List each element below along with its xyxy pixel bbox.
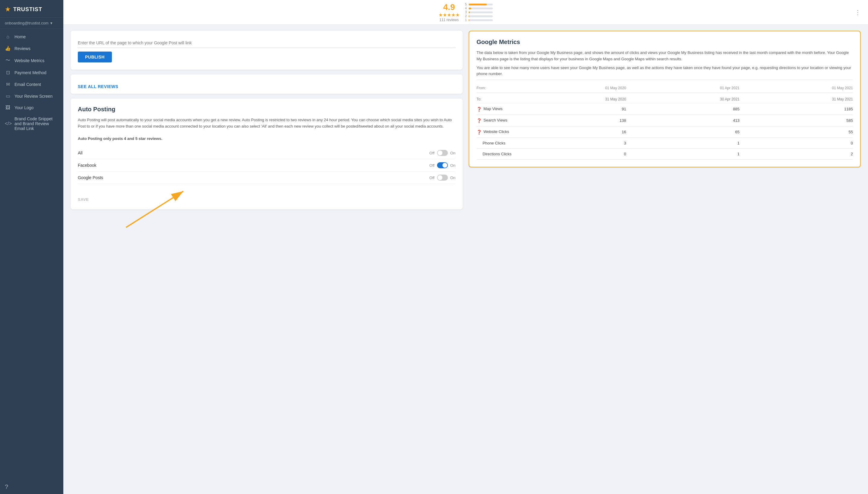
bar-row-4: 4 <box>465 7 493 10</box>
sidebar-item-brand-code[interactable]: </> Brand Code Snippet and Brand Review … <box>0 113 63 134</box>
website-clicks-val-2: 55 <box>739 130 853 134</box>
rating-stars: ★★★★★ <box>439 12 460 18</box>
toggle-facebook-label: Facebook <box>78 163 429 168</box>
account-email: onboarding@trustist.com <box>5 21 49 25</box>
google-metrics-title: Google Metrics <box>477 39 853 45</box>
toggle-facebook-group: Off On <box>429 162 456 168</box>
metrics-from-row: From: 01 May 2020 01 Apr 2021 01 May 202… <box>477 86 853 93</box>
toggle-google-posts-group: Off On <box>429 175 456 180</box>
see-all-reviews-link[interactable]: SEE ALL REVIEWS <box>78 84 456 89</box>
two-column-layout: PUBLISH SEE ALL REVIEWS Auto Posting Aut… <box>71 31 861 209</box>
toggle-google-posts-switch[interactable] <box>437 175 448 180</box>
toggle-all-switch[interactable] <box>437 150 448 156</box>
rating-score: 4.9 <box>439 2 460 12</box>
help-icon[interactable]: ? <box>0 480 63 494</box>
bar-row-2: 2 <box>465 15 493 18</box>
sidebar-item-website-metrics[interactable]: 〜 Website Metrics <box>0 54 63 66</box>
help-icon-search-views[interactable]: ❓ <box>477 118 482 123</box>
bar-row-3: 3 <box>465 11 493 14</box>
screen-icon: ▭ <box>5 93 11 99</box>
sidebar-item-label: Your Logo <box>15 105 34 110</box>
website-clicks-val-1: 65 <box>626 130 739 134</box>
left-column: PUBLISH SEE ALL REVIEWS Auto Posting Aut… <box>71 31 463 209</box>
search-views-val-0: 138 <box>513 118 626 123</box>
code-icon: </> <box>5 121 11 126</box>
email-icon: ✉ <box>5 81 11 87</box>
search-views-val-2: 585 <box>739 118 853 123</box>
image-icon: 🖼 <box>5 105 11 110</box>
help-icon-website-clicks[interactable]: ❓ <box>477 130 482 134</box>
toggle-facebook-knob <box>442 163 447 168</box>
from-label: From: <box>477 86 513 90</box>
auto-posting-title: Auto Posting <box>78 106 456 113</box>
toggle-facebook-switch[interactable] <box>437 162 448 168</box>
map-views-val-0: 91 <box>513 107 626 111</box>
directions-clicks-val-0: 0 <box>513 152 626 156</box>
toggle-row-google-posts: Google Posts Off On <box>78 172 456 184</box>
toggle-google-posts-knob <box>438 175 442 180</box>
review-count: 111 reviews <box>439 18 460 22</box>
toggle-row-all: All Off On <box>78 147 456 159</box>
toggle-facebook-on-label: On <box>450 163 456 168</box>
map-views-val-2: 1185 <box>739 107 853 111</box>
metrics-row-phone-clicks: Phone Clicks 3 1 0 <box>477 138 853 149</box>
chevron-down-icon: ▾ <box>50 21 53 25</box>
phone-clicks-val-0: 3 <box>513 141 626 145</box>
save-button[interactable]: SAVE <box>78 197 89 202</box>
sidebar-item-home[interactable]: ⌂ Home <box>0 31 63 42</box>
arrow-annotation <box>96 185 192 233</box>
auto-posting-note: Auto Posting only posts 4 and 5 star rev… <box>78 136 162 141</box>
sidebar-item-label: Payment Method <box>15 70 46 75</box>
url-publish-card: PUBLISH <box>71 31 463 70</box>
google-metrics-desc2: You are able to see how many more users … <box>477 65 853 77</box>
sidebar-item-label: Reviews <box>15 46 31 51</box>
toggle-google-posts-on-label: On <box>450 175 456 180</box>
website-clicks-label: Website Clicks <box>483 129 509 134</box>
google-metrics-desc1: The data below is taken from your Google… <box>477 50 853 62</box>
rating-bars: 5 4 3 2 1 <box>465 3 493 22</box>
see-all-reviews-card: SEE ALL REVIEWS <box>71 75 463 94</box>
sidebar-item-logo[interactable]: 🖼 Your Logo <box>0 102 63 113</box>
help-icon-map-views[interactable]: ❓ <box>477 107 482 112</box>
metrics-row-map-views: ❓ Map Views 91 885 1185 <box>477 103 853 115</box>
metrics-row-search-views: ❓ Search Views 138 413 585 <box>477 115 853 126</box>
sidebar-item-email-content[interactable]: ✉ Email Content <box>0 78 63 90</box>
url-input[interactable] <box>78 38 456 48</box>
directions-clicks-label: Directions Clicks <box>477 152 512 156</box>
sidebar-item-label: Website Metrics <box>15 58 44 63</box>
sidebar-item-label: Brand Code Snippet and Brand Review Emai… <box>15 116 58 131</box>
col-to-0: 31 May 2020 <box>513 97 626 101</box>
main-nav: ⌂ Home 👍 Reviews 〜 Website Metrics ⊡ Pay… <box>0 28 63 480</box>
account-selector[interactable]: onboarding@trustist.com ▾ <box>0 18 63 28</box>
toggle-facebook-off-label: Off <box>429 163 435 168</box>
sidebar-item-reviews[interactable]: 👍 Reviews <box>0 42 63 54</box>
home-icon: ⌂ <box>5 34 11 39</box>
col-to-2: 31 May 2021 <box>739 97 853 101</box>
toggle-google-posts-label: Google Posts <box>78 175 429 180</box>
col-to-1: 30 Apr 2021 <box>626 97 739 101</box>
metrics-row-website-clicks: ❓ Website Clicks 16 65 55 <box>477 126 853 138</box>
toggle-all-label: All <box>78 151 429 155</box>
directions-clicks-val-2: 2 <box>739 152 853 156</box>
svg-line-1 <box>126 191 184 227</box>
metrics-to-row: To: 31 May 2020 30 Apr 2021 31 May 2021 <box>477 95 853 103</box>
col-from-0: 01 May 2020 <box>513 86 626 90</box>
sidebar-item-label: Your Review Screen <box>15 94 53 99</box>
phone-clicks-val-1: 1 <box>626 141 739 145</box>
more-options-icon[interactable]: ⋮ <box>855 9 861 16</box>
sidebar-item-label: Email Content <box>15 82 41 87</box>
metrics-table: From: 01 May 2020 01 Apr 2021 01 May 202… <box>477 86 853 159</box>
payment-icon: ⊡ <box>5 70 11 75</box>
rating-summary: 4.9 ★★★★★ 111 reviews 5 4 3 2 <box>439 2 493 22</box>
auto-posting-description: Auto Posting will post automatically to … <box>78 117 456 142</box>
publish-button[interactable]: PUBLISH <box>78 52 112 62</box>
auto-posting-card: Auto Posting Auto Posting will post auto… <box>71 99 463 209</box>
phone-clicks-label: Phone Clicks <box>477 141 505 145</box>
chart-icon: 〜 <box>5 57 11 64</box>
sidebar-item-payment-method[interactable]: ⊡ Payment Method <box>0 66 63 78</box>
scroll-area: PUBLISH SEE ALL REVIEWS Auto Posting Aut… <box>63 25 868 494</box>
search-views-val-1: 413 <box>626 118 739 123</box>
to-label: To: <box>477 97 513 101</box>
phone-clicks-val-2: 0 <box>739 141 853 145</box>
sidebar-item-review-screen[interactable]: ▭ Your Review Screen <box>0 90 63 102</box>
